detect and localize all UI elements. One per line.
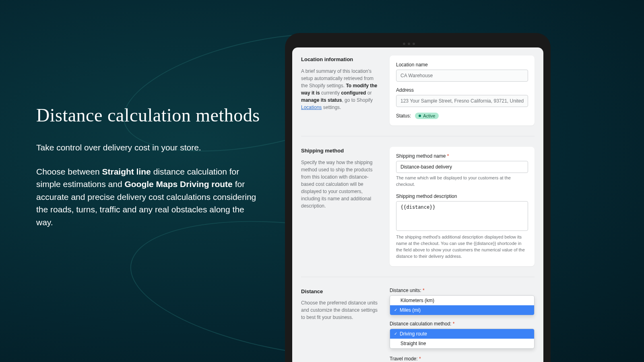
option-kilometers[interactable]: Kilometers (km)	[390, 296, 534, 305]
hero-copy: Distance calculation methods Take contro…	[36, 105, 262, 240]
section-shipping: Shipping method Specify the way how the …	[301, 147, 535, 277]
option-driving-route[interactable]: ✓Driving route	[390, 329, 534, 339]
section-description: A brief summary of this location's setup…	[301, 68, 382, 111]
calc-method-select[interactable]: ✓Driving route Straight line	[390, 329, 535, 349]
section-description: Specify the way how the shipping method …	[301, 159, 382, 210]
section-title: Location information	[301, 56, 382, 64]
address-label: Address	[396, 87, 528, 93]
shipping-name-input[interactable]	[396, 161, 528, 173]
tablet-camera-notch	[402, 39, 434, 43]
tablet-device-frame: Location information A brief summary of …	[285, 33, 551, 362]
travel-mode-label: Travel mode: *	[390, 356, 535, 362]
location-name-label: Location name	[396, 62, 528, 68]
section-title: Shipping method	[301, 147, 382, 155]
app-screen: Location information A brief summary of …	[292, 47, 543, 362]
section-title: Distance	[301, 288, 382, 296]
check-icon: ✓	[394, 331, 397, 336]
location-name-field	[396, 70, 528, 82]
option-miles[interactable]: ✓Miles (mi)	[390, 305, 534, 315]
distance-units-select[interactable]: Kilometers (km) ✓Miles (mi)	[390, 295, 535, 315]
shipping-desc-help: The shipping method's additional descrip…	[396, 234, 528, 260]
check-icon: ✓	[394, 308, 397, 312]
option-straight-line[interactable]: Straight line	[390, 339, 534, 348]
shipping-name-help: The name which will be displayed to your…	[396, 175, 528, 188]
locations-link[interactable]: Locations	[301, 105, 322, 110]
section-distance: Distance Choose the preferred distance u…	[301, 288, 535, 362]
hero-body: Choose between Straight line distance ca…	[36, 165, 262, 229]
section-location: Location information A brief summary of …	[301, 56, 535, 136]
status-label: Status:	[396, 113, 411, 119]
hero-lead: Take control over delivery cost in your …	[36, 141, 262, 154]
distance-units-label: Distance units: *	[390, 288, 535, 293]
shipping-desc-textarea[interactable]: {{distance}}	[396, 201, 528, 231]
shipping-name-label: Shipping method name *	[396, 153, 528, 159]
status-dot-icon	[419, 115, 421, 117]
calc-method-label: Distance calculation method: *	[390, 321, 535, 327]
hero-title: Distance calculation methods	[36, 105, 262, 126]
section-description: Choose the preferred distance units and …	[301, 299, 382, 321]
shipping-desc-label: Shipping method description	[396, 193, 528, 199]
address-field	[396, 95, 528, 107]
status-badge: Active	[415, 113, 439, 119]
